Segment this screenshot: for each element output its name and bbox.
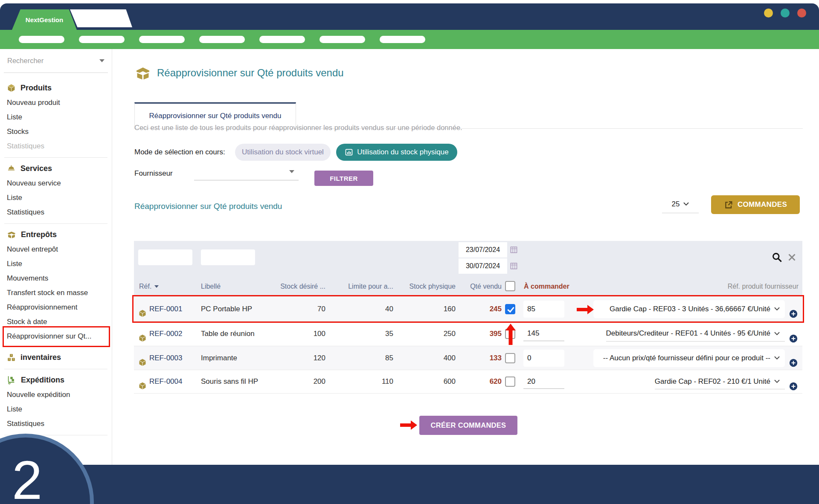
row-label: Imprimante [201,354,237,362]
item-label: Stock à date [7,318,47,326]
row-supplier-select[interactable]: Gardie Cap - REF03 - 3 Unités - 36,66667… [593,300,785,318]
nav-pill[interactable] [79,36,125,43]
divider [4,369,107,369]
column-header-libelle[interactable]: Libellé [201,283,221,290]
page-description: Ceci est une liste de tous les produits … [134,124,462,132]
item-label: Liste [7,113,22,122]
cube-icon [7,84,16,93]
label-filter-input[interactable] [201,249,255,265]
sidebar-item-services-statistiques[interactable]: Statistiques [0,205,112,220]
nav-pill[interactable] [139,36,185,43]
item-label: Mouvements [7,274,48,283]
row-ref-link[interactable]: REF-0003 [149,354,182,362]
sidebar-item-mouvements[interactable]: Mouvements [0,271,112,286]
replenishment-table: 23/07/2024 30/07/2024 Réf. Libellé Stock… [134,241,802,394]
row-qty-input[interactable]: 20 [523,374,564,389]
sidebar-item-reapprovisionnement[interactable]: Réapprovisionnement [0,300,112,315]
column-header-stock-physique[interactable]: Stock physique [409,283,456,290]
brand-tab[interactable]: NextGestion [12,9,77,30]
sidebar-item-expeditions-statistiques[interactable]: Statistiques [0,417,112,431]
row-ref-link[interactable]: REF-0004 [149,377,182,386]
nav-pill[interactable] [199,36,245,43]
qty-value: 85 [527,305,535,313]
clear-filters-icon[interactable] [787,253,796,262]
row-supplier-select[interactable]: Debiteurs/Crediteur - REF01 - 4 Unités -… [606,326,785,342]
row-ref-link[interactable]: REF-0001 [149,305,182,313]
row-checkbox[interactable] [505,329,515,339]
ref-filter-input[interactable] [138,249,192,265]
sidebar-search[interactable]: Rechercher [4,49,108,73]
select-all-checkbox[interactable] [505,281,515,291]
sidebar-item-services-liste[interactable]: Liste [0,191,112,205]
page-size-select[interactable]: 25 [662,195,699,213]
row-qty-input[interactable]: 0 [523,350,564,367]
commandes-button[interactable]: COMMANDES [711,195,800,214]
date-to-input[interactable]: 30/07/2024 [459,258,507,274]
mode-selection-label: Mode de sélection en cours: [134,148,225,156]
sidebar-item-expeditions-liste[interactable]: Liste [0,402,112,417]
secondary-tab[interactable] [70,9,132,27]
row-qty-input[interactable]: 85 [523,301,564,318]
filter-button[interactable]: FILTRER [314,171,373,186]
mode-physical-button[interactable]: Utilisation du stock physique [336,144,457,161]
item-label: Liste [7,260,22,268]
column-header-stock-desire[interactable]: Stock désiré ... [280,283,325,290]
nav-pill[interactable] [19,36,64,43]
date-to-value: 30/07/2024 [466,262,500,270]
sidebar-item-entrepots-liste[interactable]: Liste [0,257,112,271]
sidebar-item-nouveau-produit[interactable]: Nouveau produit [0,96,112,110]
sidebar-item-nouvelle-expedition[interactable]: Nouvelle expédition [0,388,112,402]
column-header-ref-fournisseur[interactable]: Réf. produit fournisseur [728,283,799,290]
window-controls [764,9,806,17]
item-label: Statistiques [7,142,44,151]
row-checkbox[interactable] [505,353,515,363]
date-from-value: 23/07/2024 [466,246,500,254]
row-ref-link[interactable]: REF-0002 [149,330,182,338]
sidebar-item-reapprovisionner-sur-qte[interactable]: Réapprovisionner sur Qt... [0,329,112,344]
annotation-arrow-right-icon [400,420,417,430]
sidebar-item-produits-liste[interactable]: Liste [0,110,112,125]
maximize-dot-icon[interactable] [781,9,790,17]
nav-pill[interactable] [259,36,305,43]
row-supplier-select[interactable]: -- Aucun prix/qté fournisseur défini pou… [593,349,785,367]
row-qty-input[interactable]: 145 [523,327,564,341]
create-orders-label: CRÉER COMMANDES [431,421,506,429]
qty-value: 20 [527,377,535,386]
sidebar-item-transfert-stock[interactable]: Transfert stock en masse [0,286,112,300]
sidebar-item-produits-statistiques[interactable]: Statistiques [0,139,112,154]
row-supplier-select[interactable]: Gardie Cap - REF02 - 210 €/1 Unité [655,374,785,389]
nav-pill[interactable] [380,36,425,43]
date-from-input[interactable]: 23/07/2024 [459,242,507,258]
blocks-icon [7,353,16,362]
page-title: Réapprovisionner sur Qté produits vendu [157,67,344,79]
sidebar-item-nouveau-service[interactable]: Nouveau service [0,176,112,191]
qty-value: 145 [527,329,539,338]
top-navbar [0,30,819,49]
brand-label: NextGestion [26,16,63,23]
mode-virtual-button[interactable]: Utilisation du stock virtuel [235,144,331,161]
item-label: Statistiques [7,420,44,428]
close-dot-icon[interactable] [797,9,806,17]
open-box-icon [7,230,16,239]
column-header-limite[interactable]: Limite pour a... [348,283,393,290]
sidebar-item-stocks[interactable]: Stocks [0,125,112,139]
supplier-select[interactable] [194,164,299,180]
nav-pill[interactable] [319,36,365,43]
calendar-icon[interactable] [510,246,518,254]
sidebar-section-expeditions: Expéditions [0,372,112,388]
column-header-ref[interactable]: Réf. [139,283,159,290]
calendar-icon[interactable] [510,262,518,270]
search-icon[interactable] [771,252,783,263]
sidebar-item-nouvel-entrepot[interactable]: Nouvel entrepôt [0,242,112,257]
row-checkbox[interactable] [505,377,515,387]
column-header-qte-vendu[interactable]: Qté vendu [470,283,502,290]
mode-virtual-label: Utilisation du stock virtuel [242,148,324,156]
hand-truck-icon [7,375,16,385]
supplier-label: Fournisseur [134,169,173,178]
table-row: REF-0003 Imprimante 120 85 400 133 0 -- … [134,346,802,370]
column-header-a-commander[interactable]: À commander [524,283,569,290]
row-checkbox[interactable] [505,304,515,314]
minimize-dot-icon[interactable] [764,9,773,17]
create-orders-button[interactable]: CRÉER COMMANDES [419,416,517,435]
chevron-down-icon [774,332,780,336]
